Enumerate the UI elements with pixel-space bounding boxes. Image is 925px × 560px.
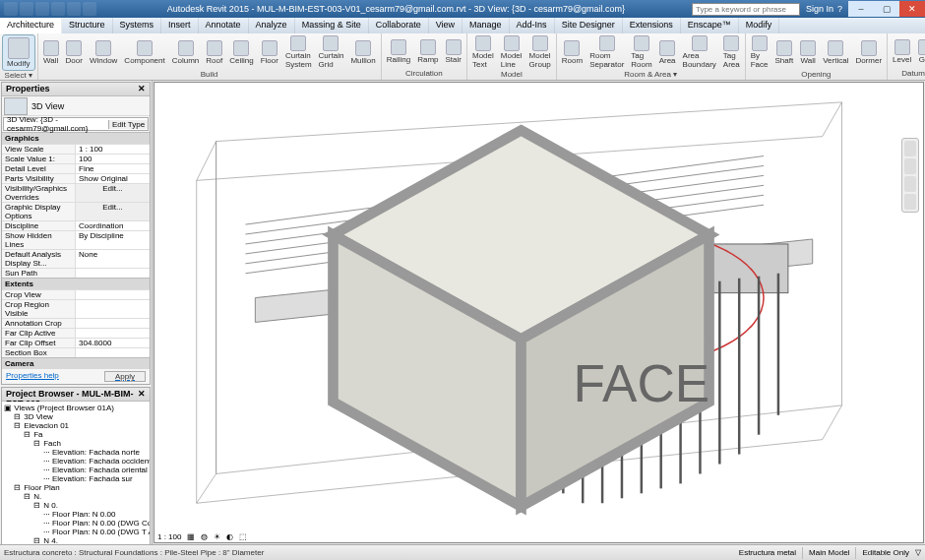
opening-shaft-tool[interactable]: Shaft <box>771 39 796 66</box>
instance-filter[interactable]: 3D View: {3D - cesarm79@gmail.com} <box>4 115 108 133</box>
room-room-tool[interactable]: Room <box>559 39 586 66</box>
tab-addins[interactable]: Add-Ins <box>510 18 555 33</box>
project-tree[interactable]: ▣ Views (Project Browser 01A)⊟ 3D View⊟ … <box>2 402 150 560</box>
tree-node[interactable]: ··· Elevation: Fachada sur <box>4 474 148 483</box>
tree-node[interactable]: ··· Elevation: Fachada norte <box>4 448 148 457</box>
build-floor-tool[interactable]: Floor <box>258 39 281 66</box>
build-component-tool[interactable]: Component <box>121 39 167 66</box>
zoom-icon[interactable] <box>904 176 916 192</box>
tree-node[interactable]: ⊟ N. <box>4 492 148 501</box>
tree-node[interactable]: ⊟ Fach <box>4 439 148 448</box>
tab-analyze[interactable]: Analyze <box>249 18 295 33</box>
build-curtain-grid-tool[interactable]: Curtain Grid <box>316 34 347 70</box>
crop-icon[interactable]: ⬚ <box>237 532 249 541</box>
tree-twisty-icon[interactable]: ⊟ <box>24 492 31 501</box>
build-curtain-system-tool[interactable]: Curtain System <box>282 34 315 70</box>
viewport-3d[interactable]: FACE <box>154 82 924 543</box>
detail-level-icon[interactable]: ▦ <box>185 532 197 541</box>
tab-annotate[interactable]: Annotate <box>199 18 249 33</box>
sun-path-icon[interactable]: ☀ <box>212 532 222 541</box>
pan-icon[interactable] <box>904 158 916 174</box>
build-wall-tool[interactable]: Wall <box>40 39 62 66</box>
tree-node[interactable]: ··· Floor Plan: N 0.00 <box>4 510 148 519</box>
model-model-group-tool[interactable]: Model Group <box>526 34 554 70</box>
datum-grid-tool[interactable]: Grid <box>915 38 925 65</box>
signin-link[interactable]: Sign In <box>806 4 833 14</box>
open-icon[interactable] <box>20 2 33 16</box>
tree-node[interactable]: ··· Elevation: Fachada occidental <box>4 457 148 466</box>
room-room-separator-tool[interactable]: Room Separator <box>586 34 627 70</box>
viewcube[interactable]: FACE <box>137 89 905 548</box>
model-model-text-tool[interactable]: Model Text <box>469 34 497 70</box>
prop-category-extents[interactable]: Extents <box>2 278 150 289</box>
build-mullion-tool[interactable]: Mullion <box>347 39 378 66</box>
tree-root[interactable]: ▣ Views (Project Browser 01A) <box>4 404 148 412</box>
build-door-tool[interactable]: Door <box>63 39 86 66</box>
room-tag-room-tool[interactable]: Tag Room <box>628 34 654 70</box>
modify-tool[interactable]: Modify <box>2 34 35 71</box>
tree-node[interactable]: ··· Floor Plan: N 0.00 (DWG T Agua cubie… <box>4 528 148 536</box>
circulation-ramp-tool[interactable]: Ramp <box>414 38 441 65</box>
properties-help-link[interactable]: Properties help <box>6 371 59 382</box>
tab-modify[interactable]: Modify <box>739 18 780 33</box>
filter-icon[interactable]: ▽ <box>915 548 921 557</box>
shadows-icon[interactable]: ◐ <box>224 532 235 541</box>
tree-node[interactable]: ··· Elevation: Fachada oriental <box>4 466 148 474</box>
room-area-boundary-tool[interactable]: Area Boundary <box>680 34 719 70</box>
build-ceiling-tool[interactable]: Ceiling <box>226 39 256 66</box>
tab-insert[interactable]: Insert <box>161 18 199 33</box>
view-scale[interactable]: 1 : 100 <box>155 532 183 541</box>
tab-systems[interactable]: Systems <box>113 18 162 33</box>
tree-node[interactable]: ⊟ N 0. <box>4 501 148 510</box>
tab-collaborate[interactable]: Collaborate <box>369 18 429 33</box>
help-icon[interactable]: ? <box>837 4 842 14</box>
tree-node[interactable]: ⊟ 3D View <box>4 412 148 421</box>
model-model-line-tool[interactable]: Model Line <box>498 34 525 70</box>
type-selector[interactable]: 3D View <box>2 96 150 116</box>
prop-category-graphics[interactable]: Graphics <box>2 132 150 144</box>
opening-dormer-tool[interactable]: Dormer <box>852 39 885 66</box>
help-search-input[interactable] <box>692 3 800 16</box>
visual-style-icon[interactable]: ◍ <box>199 532 210 541</box>
room-area-tool[interactable]: Area <box>656 39 679 66</box>
room-tag-area-tool[interactable]: Tag Area <box>720 34 743 70</box>
tree-node[interactable]: ⊟ Fa <box>4 430 148 439</box>
build-roof-tool[interactable]: Roof <box>203 39 225 66</box>
tree-twisty-icon[interactable]: ⊟ <box>14 412 22 421</box>
orbit-icon[interactable] <box>904 194 916 210</box>
maximize-button[interactable]: ▢ <box>874 1 899 17</box>
tab-massing[interactable]: Massing & Site <box>295 18 369 33</box>
tab-manage[interactable]: Manage <box>462 18 510 33</box>
tree-twisty-icon[interactable]: ⊟ <box>24 430 31 439</box>
tree-node[interactable]: ⊟ Elevacion 01 <box>4 421 148 430</box>
redo-icon[interactable] <box>67 2 81 16</box>
editable-only-toggle[interactable]: Editable Only <box>862 548 909 557</box>
select-dropdown[interactable]: Select ▾ <box>2 71 35 80</box>
circulation-stair-tool[interactable]: Stair <box>443 38 464 65</box>
tab-enscape[interactable]: Enscape™ <box>681 18 739 33</box>
minimize-button[interactable]: – <box>848 1 874 17</box>
tab-view[interactable]: View <box>429 18 462 33</box>
app-menu-icon[interactable] <box>4 2 18 16</box>
opening-wall-tool[interactable]: Wall <box>797 39 819 66</box>
opening-by-face-tool[interactable]: By Face <box>748 34 771 70</box>
tab-sitedesigner[interactable]: Site Designer <box>555 18 623 33</box>
tree-node[interactable]: ··· Floor Plan: N 0.00 (DWG Columnas) <box>4 519 148 528</box>
steering-wheel-icon[interactable] <box>904 141 916 156</box>
tree-twisty-icon[interactable]: ⊟ <box>33 439 41 448</box>
prop-category-camera[interactable]: Camera <box>2 357 150 369</box>
circulation-railing-tool[interactable]: Railing <box>384 38 413 65</box>
save-icon[interactable] <box>35 2 49 16</box>
tree-twisty-icon[interactable]: ▣ <box>4 404 12 412</box>
tab-extensions[interactable]: Extensions <box>623 18 681 33</box>
tree-twisty-icon[interactable]: ⊟ <box>14 421 22 430</box>
tree-node[interactable]: ⊟ Floor Plan <box>4 483 148 492</box>
build-column-tool[interactable]: Column <box>169 39 203 66</box>
tab-structure[interactable]: Structure <box>62 18 113 33</box>
undo-icon[interactable] <box>51 2 65 16</box>
tree-twisty-icon[interactable]: ⊟ <box>14 483 22 492</box>
close-button[interactable]: ✕ <box>899 1 925 17</box>
workset-indicator[interactable]: Main Model <box>809 548 849 557</box>
opening-vertical-tool[interactable]: Vertical <box>820 39 851 66</box>
datum-level-tool[interactable]: Level <box>890 38 914 65</box>
